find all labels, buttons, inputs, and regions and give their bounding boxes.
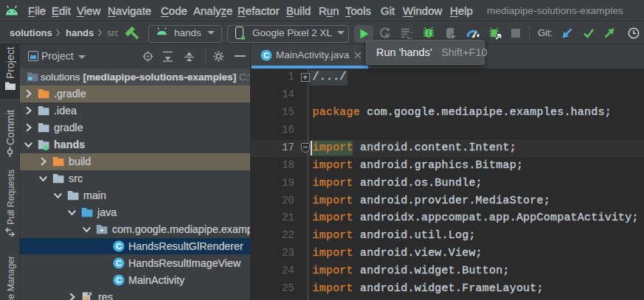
svg-text:C: C	[116, 276, 122, 285]
svg-text:C: C	[116, 242, 122, 251]
svg-text:C: C	[116, 259, 122, 268]
svg-text:C: C	[263, 51, 269, 60]
